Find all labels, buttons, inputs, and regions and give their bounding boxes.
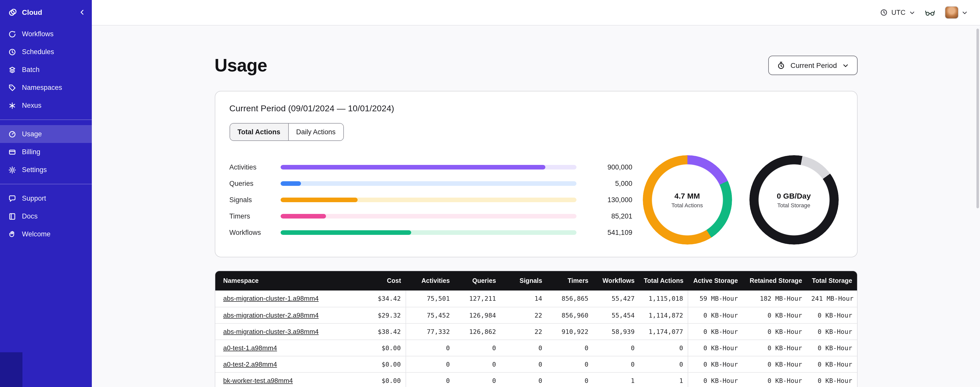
sidebar-item-billing[interactable]: Billing [0, 143, 92, 161]
table-row: bk-worker-test.a98mm4 $0.00 0 0 0 0 1 1 … [215, 372, 857, 387]
bar-label: Queries [229, 180, 280, 187]
total-actions-cell: 1 [639, 372, 688, 387]
total-actions-cell: 1,174,077 [639, 323, 688, 339]
sidebar-item-batch[interactable]: Batch [0, 61, 92, 78]
usage-icon [8, 130, 16, 138]
bar-track [280, 214, 576, 219]
stopwatch-icon [777, 61, 785, 69]
bar-row-activities: Activities 900,000 [229, 163, 632, 171]
timezone-selector[interactable]: UTC [880, 9, 915, 16]
donut-charts: 4.7 MM Total Actions 0 GB/Day Total Stor… [643, 155, 838, 245]
sidebar-item-support[interactable]: Support [0, 189, 92, 207]
bar-row-queries: Queries 5,000 [229, 180, 632, 187]
bar-row-workflows: Workflows 541,109 [229, 229, 632, 237]
bar-label: Activities [229, 163, 280, 171]
queries-cell: 0 [454, 339, 500, 356]
sidebar-item-label: Usage [22, 130, 42, 138]
bar-track [280, 230, 576, 235]
total-actions-cell: 0 [639, 356, 688, 372]
column-header-workflows: Workflows [593, 271, 639, 291]
namespace-link[interactable]: abs-migration-cluster-2.a98mm4 [223, 311, 318, 319]
cost-cell: $29.32 [361, 307, 406, 323]
tab-daily-actions[interactable]: Daily Actions [288, 123, 343, 141]
cost-cell: $0.00 [361, 339, 406, 356]
bar-fill [280, 230, 411, 235]
namespace-cell: a0-test-2.a98mm4 [215, 356, 361, 372]
namespace-cell: abs-migration-cluster-3.a98mm4 [215, 323, 361, 339]
welcome-wave-icon [8, 230, 16, 238]
bar-fill [280, 198, 358, 202]
workflows-cell: 0 [593, 339, 639, 356]
bar-label: Workflows [229, 229, 280, 237]
donut-center: 0 GB/Day Total Storage [749, 155, 838, 245]
retained-storage-cell: 0 KB-Hour [743, 356, 807, 372]
active-storage-cell: 0 KB-Hour [688, 323, 743, 339]
namespace-link[interactable]: a0-test-1.a98mm4 [223, 344, 277, 352]
table-row: abs-migration-cluster-3.a98mm4 $38.42 77… [215, 323, 857, 339]
total-storage-donut: 0 GB/Day Total Storage [749, 155, 838, 245]
sidebar-nav-help: Support Docs Welcome [0, 189, 92, 243]
sidebar-item-label: Batch [22, 66, 40, 74]
page-scrollbar[interactable] [977, 29, 979, 208]
namespace-link[interactable]: abs-migration-cluster-3.a98mm4 [223, 328, 318, 335]
sidebar-bottom-accent [0, 352, 22, 387]
total-storage-cell: 241 MB-Hour [807, 291, 857, 307]
bar-value: 130,000 [576, 196, 632, 204]
sidebar-divider [0, 184, 92, 184]
column-header-queries: Queries [454, 271, 500, 291]
active-storage-cell: 59 MB-Hour [688, 291, 743, 307]
table-row: abs-migration-cluster-2.a98mm4 $29.32 75… [215, 307, 857, 323]
donut-label: Total Storage [777, 202, 810, 208]
table-header-row: Namespace Cost Activities Queries Signal… [215, 271, 857, 291]
account-menu[interactable] [945, 6, 968, 19]
retained-storage-cell: 0 KB-Hour [743, 307, 807, 323]
namespace-link[interactable]: abs-migration-cluster-1.a98mm4 [223, 295, 318, 302]
sidebar-item-usage[interactable]: Usage [0, 125, 92, 143]
usage-charts: Activities 900,000 Queries 5,000 [229, 155, 843, 245]
donut-center: 4.7 MM Total Actions [643, 155, 732, 245]
sidebar-item-workflows[interactable]: Workflows [0, 25, 92, 43]
chevron-down-icon [842, 62, 849, 69]
retained-storage-cell: 0 KB-Hour [743, 372, 807, 387]
total-actions-cell: 1,114,872 [639, 307, 688, 323]
timers-cell: 0 [547, 372, 593, 387]
queries-cell: 126,862 [454, 323, 500, 339]
bar-value: 5,000 [576, 180, 632, 187]
page-header: Usage Current Period [215, 54, 857, 77]
namespace-link[interactable]: bk-worker-test.a98mm4 [223, 377, 293, 384]
sidebar-item-label: Billing [22, 148, 40, 156]
sidebar-item-welcome[interactable]: Welcome [0, 225, 92, 243]
bar-value: 541,109 [576, 229, 632, 237]
schedules-icon [8, 48, 16, 56]
actions-tab-group: Total Actions Daily Actions [229, 123, 344, 141]
cost-cell: $0.00 [361, 372, 406, 387]
donut-value: 0 GB/Day [777, 192, 811, 200]
sidebar-item-nexus[interactable]: Nexus [0, 96, 92, 114]
sidebar-item-schedules[interactable]: Schedules [0, 43, 92, 61]
column-header-total-storage: Total Storage [807, 271, 857, 291]
timers-cell: 0 [547, 339, 593, 356]
activities-cell: 0 [406, 372, 454, 387]
timers-cell: 856,960 [547, 307, 593, 323]
namespace-link[interactable]: a0-test-2.a98mm4 [223, 360, 277, 368]
sidebar-item-namespaces[interactable]: Namespaces [0, 78, 92, 96]
glasses-icon[interactable] [925, 8, 935, 17]
sidebar-item-docs[interactable]: Docs [0, 207, 92, 225]
activities-cell: 75,452 [406, 307, 454, 323]
chevron-down-icon [962, 10, 968, 16]
signals-cell: 22 [501, 307, 547, 323]
workflows-cell: 1 [593, 372, 639, 387]
collapse-sidebar-icon[interactable] [79, 9, 86, 16]
tab-total-actions[interactable]: Total Actions [230, 123, 288, 141]
column-header-signals: Signals [501, 271, 547, 291]
active-storage-cell: 0 KB-Hour [688, 356, 743, 372]
period-selector-button[interactable]: Current Period [768, 56, 857, 75]
cost-cell: $34.42 [361, 291, 406, 307]
activities-cell: 0 [406, 356, 454, 372]
retained-storage-cell: 182 MB-Hour [743, 291, 807, 307]
sidebar-nav-main: Workflows Schedules Batch Namespaces [0, 25, 92, 114]
sidebar-app-label: Cloud [22, 8, 74, 16]
queries-cell: 126,984 [454, 307, 500, 323]
sidebar-item-settings[interactable]: Settings [0, 161, 92, 179]
queries-cell: 0 [454, 372, 500, 387]
